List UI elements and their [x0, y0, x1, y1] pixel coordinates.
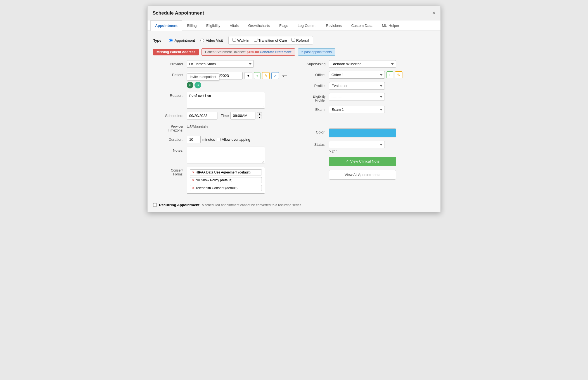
- reason-row: Reason: Evaluation: [153, 92, 290, 109]
- form-grid: Provider Dr. James Smith Patient ▼ + ✎: [153, 60, 435, 197]
- patient-row: Patient ▼ + ✎ ↗ ← G G Invit: [153, 71, 290, 88]
- balance-label: Patient Statement Balance:: [205, 50, 246, 54]
- clinical-note-row: ↗ View Clinical Note View All Appointmen…: [298, 157, 435, 180]
- provider-select[interactable]: Dr. James Smith: [187, 60, 254, 68]
- allow-overlapping-checkbox[interactable]: [217, 138, 220, 141]
- tooltip-container: G G Invite to onpatient: [187, 82, 201, 88]
- patient-label: Patient: [153, 71, 187, 77]
- modal-header: Schedule Appointment ×: [148, 6, 440, 20]
- view-all-appointments-btn[interactable]: View All Appointments: [329, 170, 396, 180]
- tab-muhelper[interactable]: MU Helper: [377, 20, 404, 31]
- scheduled-date-input[interactable]: [187, 112, 217, 119]
- recurring-description: A scheduled appointment cannot be conver…: [202, 203, 302, 207]
- eligibility-profile-select[interactable]: ---------: [329, 93, 385, 100]
- type-videovisit-radio[interactable]: Video Visit: [200, 38, 223, 43]
- tab-revisions[interactable]: Revisions: [321, 20, 346, 31]
- add-patient-btn[interactable]: +: [254, 72, 261, 79]
- scheduled-row: Scheduled: Time ▲ ▼: [153, 112, 290, 119]
- profile-select[interactable]: Evaluation: [329, 82, 385, 90]
- tab-logcomm[interactable]: Log Comm.: [293, 20, 321, 31]
- duration-unit: minutes: [202, 137, 215, 142]
- consent-tag-noshow: × No Show Policy (default): [190, 177, 262, 183]
- office-select[interactable]: Office 1: [329, 71, 385, 79]
- recurring-checkbox[interactable]: [153, 203, 157, 207]
- transition-checkbox[interactable]: Transition of Care: [254, 38, 287, 43]
- eligibility-profile-label: EligibilityProfile:: [298, 93, 329, 102]
- close-button[interactable]: ×: [432, 10, 435, 16]
- tab-bar: Appointment Billing Eligibility Vitals G…: [148, 20, 440, 31]
- allow-overlapping-label[interactable]: Allow overlapping: [217, 137, 250, 142]
- supervising-content: Brendan Wilberton: [329, 60, 435, 68]
- status-label: Status:: [298, 141, 329, 147]
- duration-row: Duration: minutes Allow overlapping: [153, 136, 290, 143]
- add-office-btn[interactable]: +: [387, 71, 393, 78]
- remove-telehealth-btn[interactable]: ×: [192, 186, 194, 190]
- provider-timezone-label: ProviderTimezone:: [153, 123, 187, 132]
- generate-statement-link[interactable]: Generate Statement: [260, 50, 291, 54]
- type-appointment-radio[interactable]: Appointment: [169, 38, 195, 43]
- exam-row: Exam: Exam 1: [298, 106, 435, 113]
- remove-hipaa-btn[interactable]: ×: [192, 170, 194, 174]
- modal-body: Type Appointment Video Visit Walk-in Tra…: [148, 31, 440, 212]
- consent-telehealth-label: Telehealth Consent (default): [196, 186, 238, 190]
- time-up-btn[interactable]: ▲: [257, 112, 262, 116]
- tab-billing[interactable]: Billing: [182, 20, 201, 31]
- appointment-radio-label: Appointment: [174, 38, 195, 43]
- past-appointments-alert[interactable]: 5 past appointments: [298, 48, 335, 56]
- referral-checkbox[interactable]: Referral: [291, 38, 309, 43]
- duration-content: minutes Allow overlapping: [187, 136, 290, 143]
- exam-content: Exam 1: [329, 106, 435, 113]
- recurring-row: Recurring Appointment A scheduled appoin…: [153, 200, 435, 207]
- status-select[interactable]: [329, 141, 385, 148]
- tab-customdata[interactable]: Custom Data: [347, 20, 377, 31]
- time-down-btn[interactable]: ▼: [257, 116, 262, 119]
- consent-forms-row: ConsentForms: × HIPAA Data Use Agreement…: [153, 167, 290, 194]
- provider-timezone-content: US/Mountain: [187, 123, 290, 129]
- grammarly-teal-icon: G: [195, 82, 201, 88]
- reason-label: Reason:: [153, 92, 187, 98]
- clinical-note-spacer: [298, 157, 329, 158]
- type-checkboxes: Walk-in Transition of Care Referral: [228, 36, 313, 44]
- walkin-checkbox[interactable]: Walk-in: [233, 38, 249, 43]
- external-icon: ↗: [345, 159, 348, 163]
- provider-row: Provider Dr. James Smith: [153, 60, 290, 68]
- patient-dropdown-btn[interactable]: ▼: [244, 72, 252, 79]
- missing-address-alert: Missing Patient Address: [153, 49, 199, 55]
- provider-timezone-value: US/Mountain: [187, 123, 208, 129]
- remove-noshow-btn[interactable]: ×: [192, 178, 194, 182]
- notes-label: Notes:: [153, 147, 187, 153]
- scheduled-time-input[interactable]: [230, 112, 255, 119]
- tab-eligibility[interactable]: Eligibility: [201, 20, 225, 31]
- provider-timezone-row: ProviderTimezone: US/Mountain: [153, 123, 290, 132]
- tab-vitals[interactable]: Vitals: [225, 20, 243, 31]
- tab-growthcharts[interactable]: Growthcharts: [243, 20, 274, 31]
- duration-input[interactable]: [187, 136, 201, 143]
- eligibility-profile-content: ---------: [329, 93, 435, 100]
- color-picker[interactable]: [329, 128, 396, 137]
- edit-patient-btn[interactable]: ✎: [262, 72, 270, 79]
- status-row: Status: > 24h: [298, 141, 435, 153]
- tab-flags[interactable]: Flags: [274, 20, 293, 31]
- tab-appointment[interactable]: Appointment: [150, 20, 182, 31]
- notes-textarea[interactable]: [187, 147, 265, 163]
- scheduled-content: Time ▲ ▼: [187, 112, 290, 119]
- view-clinical-note-btn[interactable]: ↗ View Clinical Note: [329, 157, 396, 166]
- supervising-select[interactable]: Brendan Wilberton: [329, 60, 396, 68]
- invite-tooltip: Invite to onpatient: [187, 73, 219, 81]
- office-content: Office 1 + ✎: [329, 71, 435, 79]
- profile-row: Profile: Evaluation: [298, 82, 435, 90]
- color-label: Color:: [298, 128, 329, 134]
- exam-label: Exam:: [298, 106, 329, 112]
- edit-office-btn[interactable]: ✎: [395, 71, 402, 78]
- spacer: [298, 117, 435, 128]
- share-patient-btn[interactable]: ↗: [271, 72, 279, 79]
- consent-noshow-label: No Show Policy (default): [196, 178, 232, 182]
- right-form-section: Supervising Brendan Wilberton Office: Of…: [298, 60, 435, 197]
- reason-textarea[interactable]: Evaluation: [187, 92, 265, 109]
- color-content: [329, 128, 435, 137]
- consent-forms-label: ConsentForms:: [153, 167, 187, 176]
- type-row: Type Appointment Video Visit Walk-in Tra…: [153, 36, 435, 44]
- exam-select[interactable]: Exam 1: [329, 106, 385, 113]
- type-label: Type: [153, 38, 161, 43]
- profile-label: Profile:: [298, 82, 329, 88]
